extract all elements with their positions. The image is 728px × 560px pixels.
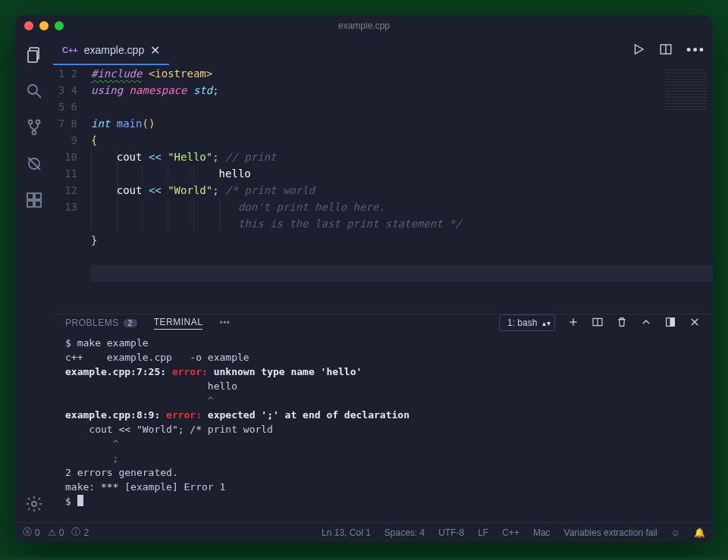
editor-tabbar: C++ example.cpp ✕ •••	[53, 36, 713, 65]
svg-marker-14	[635, 45, 644, 54]
svg-point-6	[33, 131, 36, 135]
ellipsis-icon: •••	[219, 318, 230, 328]
status-eol[interactable]: LF	[478, 527, 488, 538]
minimap[interactable]	[665, 70, 707, 111]
info-icon: ⓘ	[71, 526, 80, 539]
status-encoding[interactable]: UTF-8	[438, 527, 464, 538]
svg-line-8	[28, 158, 40, 170]
close-window-button[interactable]	[24, 21, 33, 30]
svg-rect-12	[35, 193, 41, 199]
svg-point-2	[28, 85, 37, 94]
status-cursor[interactable]: Ln 13, Col 1	[322, 527, 371, 538]
line-gutter: 1 2 3 4 5 6 7 8 9 10 11 12 13	[53, 65, 91, 314]
window-title: example.cpp	[338, 20, 390, 31]
activity-bar	[15, 36, 53, 522]
svg-point-5	[36, 120, 40, 124]
problems-label: PROBLEMS	[65, 318, 119, 328]
close-icon[interactable]: ✕	[150, 43, 160, 58]
svg-rect-1	[28, 51, 37, 62]
close-panel-icon[interactable]	[689, 316, 701, 330]
titlebar: example.cpp	[15, 15, 713, 36]
error-icon: ⓧ	[23, 526, 32, 539]
source-control-icon[interactable]	[24, 117, 45, 138]
terminal-selector-wrap: 1: bash ▴▾	[499, 314, 555, 331]
split-terminal-icon[interactable]	[592, 316, 604, 330]
status-language[interactable]: C++	[502, 527, 519, 538]
gear-icon[interactable]	[24, 493, 45, 515]
tab-title: example.cpp	[84, 44, 144, 56]
chevron-up-icon[interactable]	[640, 316, 652, 330]
code-editor[interactable]: 1 2 3 4 5 6 7 8 9 10 11 12 13 #include <…	[53, 65, 713, 314]
tab-terminal[interactable]: TERMINAL	[154, 317, 203, 330]
tab-language-badge: C++	[62, 45, 78, 55]
explorer-icon[interactable]	[24, 44, 45, 65]
search-icon[interactable]	[24, 80, 45, 102]
ellipsis-icon[interactable]: •••	[686, 42, 705, 59]
status-left: ⓧ0 ⚠0 ⓘ2	[23, 526, 89, 539]
extensions-icon[interactable]	[24, 189, 45, 211]
panel-overflow[interactable]: •••	[219, 318, 230, 328]
traffic-lights	[24, 21, 64, 30]
window-body: C++ example.cpp ✕ ••• 1 2 3 4 5 6 7 8 9 …	[15, 36, 713, 522]
svg-line-3	[36, 93, 41, 98]
terminal-selector[interactable]: 1: bash	[499, 314, 555, 331]
svg-rect-11	[35, 201, 41, 207]
status-indent[interactable]: Spaces: 4	[384, 527, 425, 538]
svg-point-13	[32, 502, 36, 506]
terminal-cursor	[77, 495, 83, 506]
tab-problems[interactable]: PROBLEMS 2	[65, 318, 137, 328]
problems-count: 2	[124, 319, 137, 327]
svg-rect-22	[670, 318, 674, 326]
panel-actions: 1: bash ▴▾	[499, 314, 701, 331]
plus-icon[interactable]	[567, 316, 579, 330]
svg-rect-10	[27, 201, 33, 207]
bottom-panel: PROBLEMS 2 TERMINAL ••• 1: bash	[53, 314, 713, 522]
panel-tabbar: PROBLEMS 2 TERMINAL ••• 1: bash	[53, 314, 713, 331]
status-warnings[interactable]: ⚠0	[48, 527, 64, 538]
status-platform[interactable]: Mac	[533, 527, 551, 538]
play-icon[interactable]	[632, 42, 645, 59]
vscode-window: example.cpp	[15, 15, 713, 542]
warning-icon: ⚠	[48, 527, 56, 538]
minimize-window-button[interactable]	[39, 21, 49, 30]
editor-actions: •••	[632, 42, 705, 59]
split-editor-icon[interactable]	[659, 42, 673, 59]
terminal-label: TERMINAL	[154, 317, 203, 327]
svg-rect-9	[27, 193, 33, 199]
zoom-window-button[interactable]	[55, 21, 64, 30]
smile-icon[interactable]: ☺	[671, 527, 680, 538]
bell-icon[interactable]: 🔔	[694, 527, 705, 538]
tab-example-cpp[interactable]: C++ example.cpp ✕	[53, 36, 169, 65]
code-content[interactable]: #include <iostream> using namespace std;…	[91, 65, 713, 314]
status-ext-message[interactable]: Variables extraction fail	[564, 527, 657, 538]
status-errors[interactable]: ⓧ0	[23, 526, 40, 539]
trash-icon[interactable]	[616, 316, 628, 330]
debug-icon[interactable]	[24, 153, 45, 174]
terminal-output[interactable]: $ make example c++ example.cpp -o exampl…	[53, 331, 713, 522]
svg-point-4	[29, 120, 33, 124]
statusbar: ⓧ0 ⚠0 ⓘ2 Ln 13, Col 1 Spaces: 4 UTF-8 LF…	[15, 522, 713, 542]
status-right: Ln 13, Col 1 Spaces: 4 UTF-8 LF C++ Mac …	[322, 527, 705, 538]
status-info[interactable]: ⓘ2	[71, 526, 89, 539]
maximize-panel-icon[interactable]	[664, 316, 676, 330]
editor-area: C++ example.cpp ✕ ••• 1 2 3 4 5 6 7 8 9 …	[53, 36, 713, 522]
